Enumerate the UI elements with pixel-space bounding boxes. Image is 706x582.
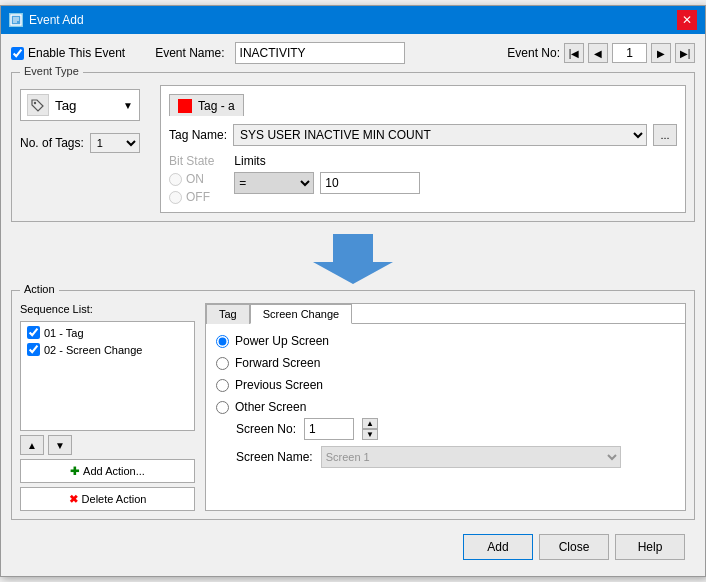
list-item[interactable]: 02 - Screen Change xyxy=(23,341,192,358)
type-value: Tag xyxy=(55,98,77,113)
limits-controls: = != > < xyxy=(234,172,420,194)
tag-name-select[interactable]: SYS USER INACTIVE MIN COUNT xyxy=(233,124,647,146)
nav-next-button[interactable]: ▶ xyxy=(651,43,671,63)
close-window-button[interactable]: ✕ xyxy=(677,10,697,30)
sequence-list: 01 - Tag 02 - Screen Change xyxy=(20,321,195,431)
screen-no-label: Screen No: xyxy=(236,422,296,436)
radio-forward[interactable]: Forward Screen xyxy=(216,356,675,370)
on-radio-row: ON xyxy=(169,172,214,186)
off-label: OFF xyxy=(186,190,210,204)
radio-forward-input[interactable] xyxy=(216,357,229,370)
screen-no-input[interactable] xyxy=(304,418,354,440)
screen-no-spinner: ▲ ▼ xyxy=(362,418,378,440)
bit-limits-row: Bit State ON OFF Limits xyxy=(169,154,677,204)
tab-content-screen-change: Power Up Screen Forward Screen Previous … xyxy=(206,324,685,478)
delete-action-button[interactable]: ✖ Delete Action xyxy=(20,487,195,511)
spinner-down-button[interactable]: ▼ xyxy=(362,429,378,440)
help-button[interactable]: Help xyxy=(615,534,685,560)
radio-previous-input[interactable] xyxy=(216,379,229,392)
event-no-section: Event No: |◀ ◀ ▶ ▶| xyxy=(507,43,695,63)
dropdown-arrow-icon: ▼ xyxy=(123,100,133,111)
previous-label: Previous Screen xyxy=(235,378,323,392)
seq-up-button[interactable]: ▲ xyxy=(20,435,44,455)
event-no-input[interactable] xyxy=(612,43,647,63)
nav-prev-button[interactable]: ◀ xyxy=(588,43,608,63)
off-radio xyxy=(169,191,182,204)
tab-tag[interactable]: Tag xyxy=(206,304,250,324)
type-dropdown-area: Tag ▼ No. of Tags: 1 2 3 xyxy=(20,85,150,153)
nav-first-button[interactable]: |◀ xyxy=(564,43,584,63)
bit-state-label: Bit State xyxy=(169,154,214,168)
add-action-label: Add Action... xyxy=(83,465,145,477)
event-name-label: Event Name: xyxy=(155,46,224,60)
radio-previous[interactable]: Previous Screen xyxy=(216,378,675,392)
num-tags-row: No. of Tags: 1 2 3 xyxy=(20,133,150,153)
nav-last-button[interactable]: ▶| xyxy=(675,43,695,63)
list-item[interactable]: 01 - Tag xyxy=(23,324,192,341)
tab-screen-change[interactable]: Screen Change xyxy=(250,304,352,324)
delete-icon: ✖ xyxy=(69,493,78,506)
enable-checkbox-input[interactable] xyxy=(11,47,24,60)
bottom-buttons: Add Close Help xyxy=(11,528,695,568)
delete-action-label: Delete Action xyxy=(82,493,147,505)
limits-operator-select[interactable]: = != > < xyxy=(234,172,314,194)
header-row: Enable This Event Event Name: INACTIVITY… xyxy=(11,42,695,64)
tag-config-area: Tag - a Tag Name: SYS USER INACTIVE MIN … xyxy=(160,85,686,213)
spinner-up-button[interactable]: ▲ xyxy=(362,418,378,429)
add-icon: ✚ xyxy=(70,465,79,478)
screen-name-row: Screen Name: Screen 1 xyxy=(236,446,675,468)
add-button[interactable]: Add xyxy=(463,534,533,560)
seq-item-1-label: 01 - Tag xyxy=(44,327,84,339)
bit-state-section: Bit State ON OFF xyxy=(169,154,214,204)
tag-color-indicator xyxy=(178,99,192,113)
seq-down-button[interactable]: ▼ xyxy=(48,435,72,455)
event-name-input[interactable]: INACTIVITY xyxy=(235,42,405,64)
down-arrow-icon xyxy=(313,234,393,284)
action-inner: Sequence List: 01 - Tag 02 - Screen Chan… xyxy=(20,303,686,511)
screen-options-group: Power Up Screen Forward Screen Previous … xyxy=(216,334,675,414)
limits-label: Limits xyxy=(234,154,420,168)
tag-browse-button[interactable]: ... xyxy=(653,124,677,146)
enable-event-checkbox[interactable]: Enable This Event xyxy=(11,46,125,60)
add-action-button[interactable]: ✚ Add Action... xyxy=(20,459,195,483)
seq-nav-row: ▲ ▼ xyxy=(20,435,195,455)
event-add-window: Event Add ✕ Enable This Event Event Name… xyxy=(0,5,706,577)
title-label: Event Add xyxy=(29,13,84,27)
type-dropdown-button[interactable]: Tag ▼ xyxy=(20,89,140,121)
arrow-area xyxy=(11,228,695,290)
window-icon xyxy=(9,13,23,27)
off-radio-row: OFF xyxy=(169,190,214,204)
sequence-list-label: Sequence List: xyxy=(20,303,195,315)
other-label: Other Screen xyxy=(235,400,306,414)
event-no-label: Event No: xyxy=(507,46,560,60)
svg-point-4 xyxy=(34,102,36,104)
action-tab-bar: Tag Screen Change xyxy=(206,304,685,324)
tag-tab[interactable]: Tag - a xyxy=(169,94,244,116)
radio-power-up-input[interactable] xyxy=(216,335,229,348)
action-tabs-area: Tag Screen Change Power Up Screen Forwar… xyxy=(205,303,686,511)
svg-marker-5 xyxy=(313,234,393,284)
sequence-list-area: Sequence List: 01 - Tag 02 - Screen Chan… xyxy=(20,303,195,511)
radio-power-up[interactable]: Power Up Screen xyxy=(216,334,675,348)
on-radio xyxy=(169,173,182,186)
on-label: ON xyxy=(186,172,204,186)
radio-other[interactable]: Other Screen xyxy=(216,400,675,414)
tag-tab-label: Tag - a xyxy=(198,99,235,113)
tag-name-label: Tag Name: xyxy=(169,128,227,142)
enable-label: Enable This Event xyxy=(28,46,125,60)
limits-value-input[interactable] xyxy=(320,172,420,194)
seq-item-2-label: 02 - Screen Change xyxy=(44,344,142,356)
event-type-inner: Tag ▼ No. of Tags: 1 2 3 xyxy=(20,85,686,213)
screen-no-row: Screen No: ▲ ▼ xyxy=(236,418,675,440)
action-section: Action Sequence List: 01 - Tag 02 - Scre… xyxy=(11,290,695,520)
power-up-label: Power Up Screen xyxy=(235,334,329,348)
screen-name-label: Screen Name: xyxy=(236,450,313,464)
screen-name-select: Screen 1 xyxy=(321,446,621,468)
close-button[interactable]: Close xyxy=(539,534,609,560)
main-content: Enable This Event Event Name: INACTIVITY… xyxy=(1,34,705,576)
seq-item-2-checkbox[interactable] xyxy=(27,343,40,356)
num-tags-select[interactable]: 1 2 3 xyxy=(90,133,140,153)
radio-other-input[interactable] xyxy=(216,401,229,414)
title-bar: Event Add ✕ xyxy=(1,6,705,34)
seq-item-1-checkbox[interactable] xyxy=(27,326,40,339)
